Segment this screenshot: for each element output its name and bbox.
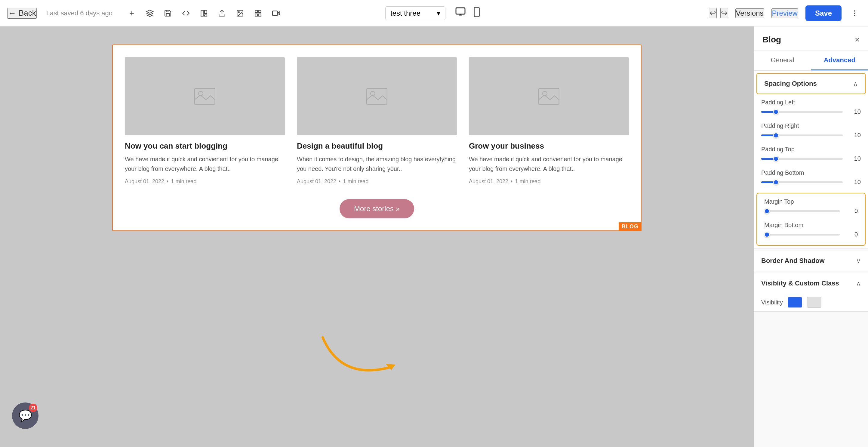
upload-icon[interactable] <box>216 7 228 19</box>
blog-section[interactable]: Now you can start blogging We have made … <box>112 44 642 231</box>
panel-title: Blog <box>763 35 781 44</box>
versions-button[interactable]: Versions <box>735 8 764 18</box>
padding-right-track[interactable] <box>761 135 843 136</box>
visibility-header[interactable]: Visiblity & Custom Class ∧ <box>754 273 868 293</box>
card-date-1: August 01, 2022 <box>125 178 164 185</box>
padding-right-label: Padding Right <box>761 122 861 129</box>
svg-point-20 <box>855 15 855 16</box>
svg-rect-9 <box>255 14 257 16</box>
padding-bottom-thumb[interactable] <box>773 180 779 185</box>
padding-top-track[interactable] <box>761 158 843 160</box>
padding-top-control: 10 <box>761 155 861 162</box>
template-icon[interactable] <box>198 7 210 19</box>
padding-left-thumb[interactable] <box>773 109 779 115</box>
card-meta-3: August 01, 2022 • 1 min read <box>469 178 629 185</box>
margin-bottom-thumb[interactable] <box>764 232 770 237</box>
right-panel: Blog × General Advanced Spacing Options … <box>754 27 868 447</box>
visibility-chevron-icon: ∧ <box>856 280 861 287</box>
back-label: Back <box>19 8 36 18</box>
card-read-3: 1 min read <box>515 178 540 185</box>
padding-left-track[interactable] <box>761 111 843 113</box>
spacing-options-section: Spacing Options ∧ Padding Left 10 Paddin… <box>754 71 868 248</box>
margin-top-thumb[interactable] <box>764 208 770 214</box>
padding-bottom-control: 10 <box>761 179 861 186</box>
padding-bottom-label: Padding Bottom <box>761 169 861 176</box>
preview-button[interactable]: Preview <box>771 8 798 18</box>
border-shadow-title: Border And Shadow <box>761 257 825 265</box>
top-toolbar: ← Back Last saved 6 days ago ＋ <box>0 0 868 27</box>
svg-marker-0 <box>147 10 153 13</box>
panel-tabs: General Advanced <box>754 51 868 71</box>
undo-button[interactable]: ↩ <box>709 8 717 18</box>
padding-left-row: Padding Left 10 <box>754 96 868 120</box>
card-date-2: August 01, 2022 <box>297 178 336 185</box>
tab-advanced[interactable]: Advanced <box>811 51 868 70</box>
margin-bottom-control: 0 <box>764 231 858 238</box>
dropdown-icon: ▾ <box>437 9 440 18</box>
padding-right-thumb[interactable] <box>773 133 779 138</box>
undo-redo: ↩ ↪ <box>709 8 728 18</box>
more-options-icon[interactable] <box>849 7 861 19</box>
margin-bottom-value: 0 <box>843 231 858 238</box>
toolbar-right: ↩ ↪ Versions Preview Save <box>709 5 861 21</box>
padding-top-thumb[interactable] <box>773 156 779 161</box>
margin-top-track[interactable] <box>764 210 840 212</box>
padding-top-row: Padding Top 10 <box>754 144 868 167</box>
meta-dot-3: • <box>511 178 513 185</box>
margin-bottom-row: Margin Bottom 0 <box>757 219 865 243</box>
margin-highlighted-box: Margin Top 0 Margin Bottom <box>756 193 866 246</box>
svg-point-6 <box>239 11 239 12</box>
redo-button[interactable]: ↪ <box>720 8 728 18</box>
blog-card: Now you can start blogging We have made … <box>125 57 285 185</box>
blog-label: BLOG <box>619 222 642 231</box>
spacing-options-header[interactable]: Spacing Options ∧ <box>756 73 866 94</box>
padding-right-control: 10 <box>761 132 861 139</box>
padding-left-value: 10 <box>846 108 861 115</box>
visibility-row: Visibility <box>754 293 868 311</box>
svg-rect-25 <box>539 88 559 105</box>
media-icon[interactable] <box>270 7 282 19</box>
card-desc-2: When it comes to design, the amazing blo… <box>297 154 457 174</box>
panel-header: Blog × <box>754 27 868 51</box>
svg-rect-21 <box>195 88 215 105</box>
svg-rect-10 <box>259 14 261 16</box>
border-shadow-section: Border And Shadow ∨ <box>754 251 868 271</box>
save-file-icon[interactable] <box>162 7 174 19</box>
close-panel-button[interactable]: × <box>855 35 860 44</box>
card-date-3: August 01, 2022 <box>469 178 508 185</box>
card-title-1: Now you can start blogging <box>125 141 285 151</box>
visibility-mobile-btn[interactable] <box>807 297 822 308</box>
page-selector[interactable]: test three ▾ <box>385 6 445 20</box>
padding-bottom-value: 10 <box>846 179 861 186</box>
margin-top-label: Margin Top <box>764 198 858 205</box>
border-shadow-chevron-icon: ∨ <box>856 257 861 264</box>
svg-marker-11 <box>277 11 280 15</box>
save-button[interactable]: Save <box>805 5 841 21</box>
margin-bottom-track[interactable] <box>764 234 840 236</box>
main-area: Now you can start blogging We have made … <box>0 27 868 447</box>
grid-icon[interactable] <box>252 7 264 19</box>
svg-rect-13 <box>456 8 465 14</box>
desktop-device-btn[interactable] <box>453 4 468 22</box>
annotation-arrow <box>317 331 419 387</box>
back-arrow-icon: ← <box>8 8 16 18</box>
back-button[interactable]: ← Back <box>7 8 37 19</box>
device-icons <box>453 4 483 22</box>
padding-bottom-track[interactable] <box>761 181 843 183</box>
spacing-options-title: Spacing Options <box>764 80 817 88</box>
page-name: test three <box>391 9 421 18</box>
tab-general[interactable]: General <box>754 51 811 70</box>
svg-rect-23 <box>367 88 387 105</box>
more-stories-button[interactable]: More stories » <box>340 199 414 218</box>
image-icon[interactable] <box>234 7 246 19</box>
meta-dot-2: • <box>339 178 340 185</box>
visibility-desktop-btn[interactable] <box>788 297 802 308</box>
card-desc-1: We have made it quick and convienent for… <box>125 154 285 174</box>
mobile-device-btn[interactable] <box>471 4 483 22</box>
layers-icon[interactable] <box>144 7 156 19</box>
notification-badge[interactable]: 21 💬 <box>12 403 38 429</box>
add-icon[interactable]: ＋ <box>126 7 138 19</box>
card-title-3: Grow your business <box>469 141 629 151</box>
border-shadow-header[interactable]: Border And Shadow ∨ <box>754 251 868 271</box>
code-icon[interactable] <box>180 7 192 19</box>
